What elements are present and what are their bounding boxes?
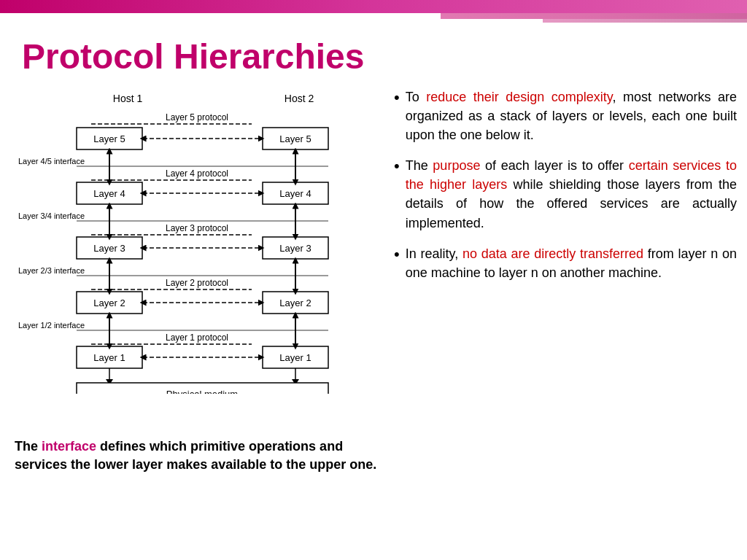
bullet-text-2: The purpose of each layer is to offer ce…	[406, 156, 737, 232]
svg-text:Layer 4/5 interface: Layer 4/5 interface	[18, 157, 85, 166]
top-bar-accent	[441, 13, 747, 19]
bullet-text-1: To reduce their design complexity, most …	[406, 88, 737, 144]
svg-text:Layer 1 protocol: Layer 1 protocol	[166, 332, 228, 343]
bullet-dot-2: •	[394, 156, 400, 177]
no-data-text: no data are directly transferred	[462, 246, 648, 261]
svg-text:Host 1: Host 1	[113, 93, 143, 104]
svg-text:Layer 3 protocol: Layer 3 protocol	[166, 223, 228, 233]
text-before: The	[15, 439, 42, 454]
purpose-text: purpose	[433, 158, 480, 173]
top-bar-accent2	[543, 19, 747, 23]
bullet-3: • In reality, no data are directly trans…	[394, 244, 737, 282]
svg-text:Layer 3/4 interface: Layer 3/4 interface	[18, 211, 85, 220]
protocol-diagram: Host 1 Host 2 Layer 5 protocol Layer 5 L…	[15, 88, 394, 394]
svg-text:Layer 4: Layer 4	[279, 188, 311, 199]
interface-highlight: interface	[42, 439, 96, 454]
svg-text:Layer 5: Layer 5	[93, 133, 125, 144]
top-bar	[0, 0, 747, 13]
bullet-dot-3: •	[394, 244, 400, 265]
svg-text:Layer 4: Layer 4	[93, 188, 125, 199]
svg-text:Layer 3: Layer 3	[279, 243, 311, 254]
bullet-1: • To reduce their design complexity, mos…	[394, 88, 737, 144]
svg-text:Layer 2: Layer 2	[279, 298, 311, 308]
svg-text:Physical medium: Physical medium	[166, 389, 238, 394]
svg-text:Layer 4 protocol: Layer 4 protocol	[166, 168, 228, 179]
svg-text:Layer 3: Layer 3	[93, 243, 125, 254]
svg-text:Host 2: Host 2	[285, 93, 314, 104]
bullet-text-3: In reality, no data are directly transfe…	[406, 244, 737, 282]
bullet-dot-1: •	[394, 88, 400, 109]
svg-text:Layer 2 protocol: Layer 2 protocol	[166, 278, 228, 288]
svg-text:Layer 2: Layer 2	[93, 298, 125, 308]
svg-text:Layer 5 protocol: Layer 5 protocol	[166, 112, 228, 122]
svg-text:Layer 1: Layer 1	[279, 352, 311, 363]
reduce-text: reduce their design complexity	[426, 90, 612, 104]
right-content: • To reduce their design complexity, mos…	[394, 88, 737, 294]
bullet-2: • The purpose of each layer is to offer …	[394, 156, 737, 232]
svg-text:Layer 2/3 interface: Layer 2/3 interface	[18, 266, 85, 275]
svg-text:Layer 1/2 interface: Layer 1/2 interface	[18, 321, 85, 330]
diagram-area: Host 1 Host 2 Layer 5 protocol Layer 5 L…	[15, 88, 394, 394]
svg-text:Layer 5: Layer 5	[279, 133, 311, 144]
svg-text:Layer 1: Layer 1	[93, 352, 125, 363]
page-title: Protocol Hierarchies	[22, 36, 365, 77]
bottom-left-description: The interface defines which primitive op…	[15, 438, 379, 474]
